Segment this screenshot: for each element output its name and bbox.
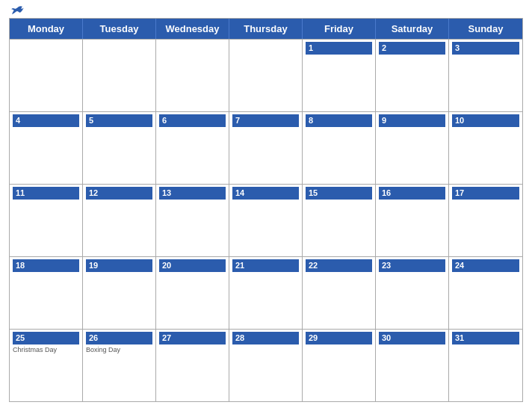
day-cell: 16 [376,185,449,256]
day-cell: 15 [303,185,376,256]
day-number: 3 [452,42,519,55]
day-cell: 28 [229,330,303,401]
day-number: 6 [159,114,226,127]
day-cell: 23 [376,257,449,329]
day-number: 18 [13,259,79,272]
day-number: 17 [452,187,519,200]
day-number: 9 [379,114,445,127]
day-header-saturday: Saturday [376,19,449,39]
event-label: Christmas Day [13,346,79,354]
logo-bird-icon [10,5,24,16]
day-number: 26 [86,332,152,344]
day-cell: 8 [303,112,376,184]
day-cell: 10 [449,112,522,184]
calendar-grid: MondayTuesdayWednesdayThursdayFridaySatu… [9,18,523,402]
day-number: 8 [306,114,372,127]
day-cell: 27 [156,330,229,401]
day-cell: 17 [449,185,522,256]
day-number: 24 [452,259,519,272]
day-number: 19 [86,259,152,272]
day-cell: 6 [156,112,229,184]
day-number: 29 [306,332,372,344]
day-cell: 24 [449,257,522,329]
day-cell: 11 [10,185,83,256]
day-cell: 2 [376,40,449,111]
day-cell: 12 [83,185,156,256]
day-cell [10,40,83,111]
day-number: 25 [13,332,79,344]
day-number: 21 [232,259,299,272]
day-header-thursday: Thursday [229,19,303,39]
day-cell: 4 [10,112,83,184]
day-number: 31 [452,332,519,344]
day-cell: 22 [303,257,376,329]
weeks-container: 1234567891011121314151617181920212223242… [10,39,522,401]
day-number: 7 [232,114,299,127]
day-cell: 3 [449,40,522,111]
day-number: 22 [306,259,372,272]
week-row-1: 123 [10,39,522,111]
day-number: 14 [232,187,299,200]
day-cell: 25Christmas Day [10,330,83,401]
day-number: 13 [159,187,226,200]
day-number: 2 [379,42,445,55]
day-number: 30 [379,332,445,344]
day-cell: 14 [229,185,303,256]
day-number: 28 [232,332,299,344]
day-cell: 18 [10,257,83,329]
day-cell: 20 [156,257,229,329]
day-number: 4 [13,114,79,127]
day-cell: 1 [303,40,376,111]
day-cell: 9 [376,112,449,184]
day-number: 23 [379,259,445,272]
day-number: 16 [379,187,445,200]
event-label: Boxing Day [86,346,152,354]
logo [9,5,24,16]
day-cell: 30 [376,330,449,401]
day-header-friday: Friday [303,19,376,39]
day-cell: 29 [303,330,376,401]
day-number: 10 [452,114,519,127]
day-number: 15 [306,187,372,200]
day-cell: 5 [83,112,156,184]
day-cell: 13 [156,185,229,256]
day-number: 20 [159,259,226,272]
day-cell: 31 [449,330,522,401]
day-cell [83,40,156,111]
week-row-2: 45678910 [10,111,522,184]
day-cell: 19 [83,257,156,329]
week-row-4: 18192021222324 [10,256,522,329]
day-headers-row: MondayTuesdayWednesdayThursdayFridaySatu… [10,19,522,39]
day-header-tuesday: Tuesday [83,19,156,39]
logo-blue-text [9,5,24,16]
week-row-5: 25Christmas Day26Boxing Day2728293031 [10,329,522,401]
day-header-wednesday: Wednesday [156,19,229,39]
day-cell: 7 [229,112,303,184]
day-number: 27 [159,332,226,344]
day-cell [229,40,303,111]
day-cell: 26Boxing Day [83,330,156,401]
day-number: 11 [13,187,79,200]
day-number: 1 [306,42,372,55]
day-number: 5 [86,114,152,127]
day-number: 12 [86,187,152,200]
day-cell: 21 [229,257,303,329]
day-cell [156,40,229,111]
day-header-sunday: Sunday [449,19,522,39]
calendar-header [9,7,523,13]
day-header-monday: Monday [10,19,83,39]
week-row-3: 11121314151617 [10,184,522,256]
